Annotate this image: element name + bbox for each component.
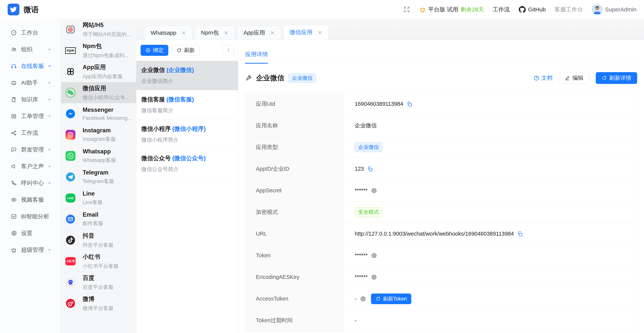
user-menu[interactable]: SuperAdmin — [592, 4, 636, 15]
sidebar-item-broadcast[interactable]: 群发管理 — [0, 141, 61, 158]
bound-item-type-link[interactable]: (微信小程序) — [172, 125, 206, 132]
row-label: EncodingAESKey — [245, 266, 344, 288]
sidebar-item-ticket-management[interactable]: 工单管理 — [0, 108, 61, 125]
sidebar-item-voice-of-customer[interactable]: 客户之声 — [0, 158, 61, 175]
channel-item-douyin[interactable]: 抖音 抖音平台客服 — [61, 230, 136, 251]
edit-button[interactable]: 编辑 — [559, 72, 589, 84]
tab-label: Npm包 — [201, 29, 219, 37]
fullscreen-expand-icon[interactable] — [403, 6, 410, 13]
row-label: Token — [245, 245, 344, 266]
channel-item-whatsapp[interactable]: Whatsapp Whatsapp客服 — [61, 145, 136, 166]
email-icon — [65, 214, 76, 224]
sidebar-item-organization[interactable]: 组织 — [0, 41, 61, 58]
channel-subtitle: 百度平台客服 — [83, 284, 114, 291]
channel-item-wechat[interactable]: 微信应用 微信小程序/公众号... — [61, 82, 136, 103]
sidebar-item-call-center[interactable]: 呼叫中心 — [0, 175, 61, 191]
table-row: AppID/企业ID 123 — [245, 158, 637, 180]
bound-item-type-link[interactable]: (微信客服) — [166, 96, 194, 103]
agent-workbench-link[interactable]: 客服工作台 — [554, 6, 583, 13]
channel-subtitle: 抖音平台客服 — [83, 242, 114, 249]
sidebar-item-dashboard[interactable]: 工作台 — [0, 24, 61, 41]
tab-whatsapp[interactable]: Whatsapp — [144, 26, 192, 40]
sidebar-item-knowledge-base[interactable]: 知识库 — [0, 91, 61, 108]
app-clover-icon — [65, 66, 76, 77]
tab-app-detail[interactable]: 应用详情 — [245, 50, 268, 64]
sidebar-item-label: 工作流 — [21, 129, 38, 137]
line-icon: LINE — [65, 193, 76, 203]
bound-item-wechat-kf[interactable]: 微信客服(微信客服) 微信客服简介 — [136, 90, 238, 120]
bound-item-type-link[interactable]: (企业微信) — [166, 67, 194, 73]
tab-npm[interactable]: Npm包 — [195, 26, 235, 40]
eye-icon[interactable] — [360, 296, 366, 302]
bind-button[interactable]: 绑定 — [140, 45, 168, 56]
github-link[interactable]: GitHub — [518, 6, 546, 13]
copy-icon[interactable] — [367, 166, 373, 172]
channel-item-app[interactable]: App应用 App应用内嵌客服 — [61, 61, 136, 82]
app-logo[interactable] — [8, 3, 20, 15]
sidebar-item-label: 在线客服 — [21, 62, 44, 70]
bound-item-type-link[interactable]: (微信公众号) — [172, 155, 206, 162]
channel-item-xiaohongshu[interactable]: 小红书 小红书 小红书平台客服 — [61, 251, 136, 272]
bound-item-official-account[interactable]: 微信公众号(微信公众号) 微信公众号简介 — [136, 149, 238, 178]
headset-icon — [11, 63, 17, 69]
plus-circle-icon — [145, 48, 151, 53]
channel-item-line[interactable]: LINE Line Line客服 — [61, 188, 136, 209]
eye-icon[interactable] — [371, 274, 377, 280]
channel-subtitle: Line客服 — [83, 199, 102, 206]
bound-toolbar: 绑定 刷新 — [136, 40, 238, 61]
app-type-badge: 企业微信 — [355, 142, 382, 152]
bound-item-work-wechat[interactable]: 企业微信(企业微信) 企业微信简介 — [136, 61, 238, 90]
sidebar-item-bi-analytics[interactable]: BI智能分析 — [0, 208, 61, 225]
doc-link[interactable]: 文档 — [534, 74, 552, 82]
sidebar-item-ai-assistant[interactable]: AI助手 — [0, 74, 61, 91]
more-button[interactable] — [223, 45, 234, 56]
channel-item-website[interactable]: 网站/H5 用于网站/H5页面的... — [61, 19, 136, 40]
close-icon[interactable] — [270, 30, 275, 35]
eye-icon[interactable] — [371, 188, 377, 194]
refresh-token-button[interactable]: 刷新Token — [371, 294, 411, 304]
topbar-workflow-link[interactable]: 工作流 — [493, 6, 510, 13]
telegram-icon — [65, 172, 76, 182]
ticket-icon — [11, 113, 17, 119]
username: SuperAdmin — [605, 6, 636, 13]
refresh-button[interactable]: 刷新 — [172, 45, 200, 56]
channel-item-weibo[interactable]: 微博 微博平台客服 — [61, 293, 136, 314]
sidebar-item-super-admin[interactable]: 超级管理 — [0, 242, 61, 258]
copy-icon[interactable] — [407, 101, 412, 107]
channel-subtitle: 微信小程序/公众号... — [83, 94, 129, 101]
eye-icon[interactable] — [371, 253, 377, 259]
row-label: Token过期时间 — [245, 310, 344, 331]
bound-item-miniprogram[interactable]: 微信小程序(微信小程序) 微信小程序简介 — [136, 120, 238, 149]
row-value: 企业微信 — [355, 122, 377, 129]
tab-app[interactable]: App应用 — [237, 26, 281, 40]
close-icon[interactable] — [181, 30, 186, 35]
channel-item-telegram[interactable]: Telegram Telegram客服 — [61, 166, 136, 188]
close-icon[interactable] — [224, 30, 228, 35]
channel-item-instagram[interactable]: Instagram Instagram客服 — [61, 124, 136, 145]
edit-icon — [565, 75, 570, 81]
sidebar-item-video-service[interactable]: 视频客服 — [0, 191, 61, 208]
plan-remaining: 剩余28天 — [460, 6, 484, 13]
channel-item-npm[interactable]: npm Npm包 通过Npm包集成到... — [61, 40, 136, 61]
channel-title: Line — [83, 190, 102, 197]
copy-icon[interactable] — [517, 231, 523, 237]
whatsapp-icon — [65, 151, 76, 161]
channel-item-baidu[interactable]: du 百度 百度平台客服 — [61, 272, 136, 293]
dots-vertical-icon — [226, 48, 231, 53]
channel-item-messenger[interactable]: Messenger Facebook Messeng... — [61, 103, 136, 124]
close-icon[interactable] — [318, 30, 322, 35]
sidebar-item-settings[interactable]: 设置 — [0, 225, 61, 242]
sidebar-item-online-service[interactable]: 在线客服 — [0, 58, 61, 74]
chevron-down-icon — [47, 64, 52, 68]
table-row: 加密模式 安全模式 — [245, 201, 637, 223]
plan-info[interactable]: 平台版 试用 剩余28天 — [419, 6, 484, 13]
sidebar-item-label: 超级管理 — [21, 246, 44, 254]
bound-apps-panel: 绑定 刷新 企业微信(企业微信) 企业微信简介 微信客服(微信客服) — [136, 40, 238, 333]
channel-item-email[interactable]: Email 邮件客服 — [61, 209, 136, 230]
refresh-detail-button[interactable]: 刷新详情 — [596, 72, 637, 84]
sidebar-item-workflow[interactable]: 工作流 — [0, 125, 61, 141]
github-icon — [518, 6, 526, 13]
bound-item-title: 企业微信 — [141, 67, 165, 73]
tab-wechat[interactable]: 微信应用 — [284, 25, 329, 40]
channel-subtitle: Facebook Messeng... — [83, 115, 132, 121]
